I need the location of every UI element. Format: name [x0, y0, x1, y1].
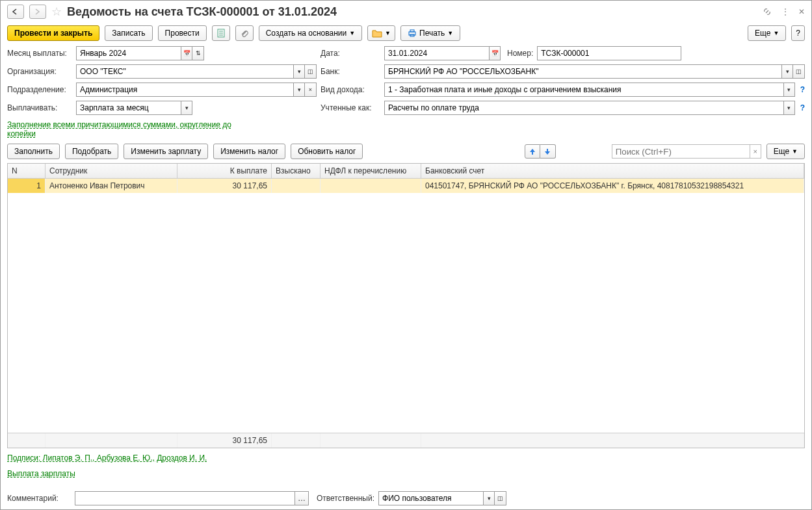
change-tax-button[interactable]: Изменить налог — [213, 144, 285, 159]
dropdown-icon[interactable]: ▾ — [293, 83, 305, 97]
arrow-right-icon — [34, 8, 42, 15]
th-account[interactable]: Банковский счет — [421, 164, 804, 178]
dropdown-icon[interactable]: ▾ — [783, 83, 795, 97]
income-input[interactable] — [384, 83, 783, 97]
calendar-icon[interactable]: 📅 — [489, 46, 501, 60]
open-icon[interactable]: ◫ — [305, 64, 317, 79]
nav-back-button[interactable] — [7, 5, 24, 19]
fill-mode-link[interactable]: Заполнение всеми причитающимися суммами,… — [7, 119, 254, 140]
signatures-link[interactable]: Подписи: Липатов Э. П., Арбузова Е. Ю., … — [7, 452, 207, 464]
folder-icon — [372, 29, 382, 38]
fill-button[interactable]: Заполнить — [7, 144, 60, 159]
th-employee[interactable]: Сотрудник — [46, 164, 177, 178]
comment-input[interactable] — [75, 491, 295, 505]
printer-icon — [408, 29, 417, 37]
folder-icon-button[interactable]: ▼ — [367, 25, 395, 41]
stepper-icon[interactable]: ⇅ — [192, 46, 204, 60]
create-based-on-button[interactable]: Создать на основании▼ — [259, 25, 362, 41]
dropdown-icon[interactable]: ▾ — [781, 64, 793, 79]
table-footer: 30 117,65 — [8, 433, 804, 448]
kebab-menu-icon[interactable]: ⋮ — [781, 7, 789, 16]
dept-label: Подразделение: — [7, 85, 72, 94]
org-input[interactable] — [76, 64, 293, 79]
update-tax-button[interactable]: Обновить налог — [291, 144, 363, 159]
cell-topay: 30 117,65 — [177, 179, 272, 193]
month-input[interactable] — [76, 46, 181, 60]
help-icon[interactable]: ? — [800, 85, 805, 94]
pick-button[interactable]: Подобрать — [65, 144, 118, 159]
payout-link[interactable]: Выплата зарплаты — [7, 468, 75, 479]
favorite-star-icon[interactable]: ☆ — [51, 5, 62, 19]
search-clear-icon[interactable]: × — [750, 144, 761, 159]
account-input[interactable] — [384, 101, 783, 115]
write-button[interactable]: Записать — [105, 25, 152, 41]
move-up-button[interactable] — [525, 144, 540, 159]
caret-down-icon: ▼ — [773, 30, 779, 36]
th-n[interactable]: N — [8, 164, 46, 178]
number-label: Номер: — [507, 49, 533, 58]
dropdown-icon[interactable]: ▾ — [293, 64, 305, 79]
move-down-button[interactable] — [540, 144, 556, 159]
responsible-label: Ответственный: — [317, 494, 374, 503]
comment-label: Комментарий: — [7, 494, 71, 503]
clear-icon[interactable]: × — [305, 83, 317, 97]
page-title: Ведомость на счета ТСЗК-000001 от 31.01.… — [67, 5, 757, 19]
change-salary-button[interactable]: Изменить зарплату — [124, 144, 208, 159]
search-input[interactable] — [612, 144, 750, 159]
attachment-button[interactable] — [235, 25, 254, 41]
date-label: Дата: — [321, 49, 380, 58]
date-input[interactable] — [384, 46, 489, 60]
dept-input[interactable] — [76, 83, 293, 97]
table-header: N Сотрудник К выплате Взыскано НДФЛ к пе… — [8, 164, 804, 179]
caret-down-icon: ▼ — [349, 30, 355, 36]
caret-down-icon: ▼ — [792, 148, 798, 155]
th-withheld[interactable]: Взыскано — [272, 164, 321, 178]
org-label: Организация: — [7, 67, 72, 76]
caret-down-icon: ▼ — [447, 30, 453, 36]
close-icon[interactable]: ✕ — [798, 7, 805, 16]
number-input[interactable] — [537, 46, 681, 60]
dropdown-icon[interactable]: ▾ — [483, 491, 495, 505]
cell-account: 041501747, БРЯНСКИЙ РФ АО "РОССЕЛЬХОЗБАН… — [421, 179, 804, 193]
dropdown-icon[interactable]: ▾ — [181, 101, 192, 115]
pay-input[interactable] — [76, 101, 181, 115]
th-topay[interactable]: К выплате — [177, 164, 272, 178]
cell-withheld — [272, 179, 321, 193]
document-icon — [216, 29, 226, 38]
month-label: Месяц выплаты: — [7, 49, 72, 58]
calendar-icon[interactable]: 📅 — [181, 46, 192, 60]
paperclip-icon — [240, 29, 249, 38]
bank-label: Банк: — [321, 67, 380, 76]
svg-rect-5 — [410, 30, 414, 32]
print-button[interactable]: Печать▼ — [400, 25, 460, 41]
ellipsis-icon[interactable]: … — [295, 491, 309, 505]
responsible-input[interactable] — [378, 491, 483, 505]
more-button[interactable]: Еще▼ — [748, 25, 786, 41]
post-button[interactable]: Провести — [158, 25, 207, 41]
arrow-down-icon — [544, 147, 551, 155]
cell-n: 1 — [8, 179, 46, 193]
help-icon[interactable]: ? — [800, 103, 805, 112]
help-button[interactable]: ? — [791, 25, 805, 41]
arrow-up-icon — [529, 147, 536, 155]
bank-input[interactable] — [384, 64, 781, 79]
cell-ndfl — [321, 179, 421, 193]
th-ndfl[interactable]: НДФЛ к перечислению — [321, 164, 421, 178]
table-more-button[interactable]: Еще▼ — [766, 144, 805, 159]
open-icon[interactable]: ◫ — [495, 491, 506, 505]
income-label: Вид дохода: — [321, 85, 380, 94]
cell-employee: Антоненко Иван Петрович — [46, 179, 177, 193]
arrow-left-icon — [12, 8, 20, 15]
dropdown-icon[interactable]: ▾ — [783, 101, 795, 115]
nav-forward-button[interactable] — [29, 5, 46, 19]
pay-label: Выплачивать: — [7, 103, 72, 112]
account-label: Учтенные как: — [321, 103, 380, 112]
post-and-close-button[interactable]: Провести и закрыть — [7, 25, 99, 41]
document-icon-button[interactable] — [212, 25, 230, 41]
footer-total: 30 117,65 — [177, 433, 272, 448]
open-icon[interactable]: ◫ — [793, 64, 805, 79]
table-row[interactable]: 1 Антоненко Иван Петрович 30 117,65 0415… — [8, 179, 804, 193]
link-icon[interactable] — [762, 6, 772, 17]
caret-down-icon: ▼ — [385, 30, 391, 36]
